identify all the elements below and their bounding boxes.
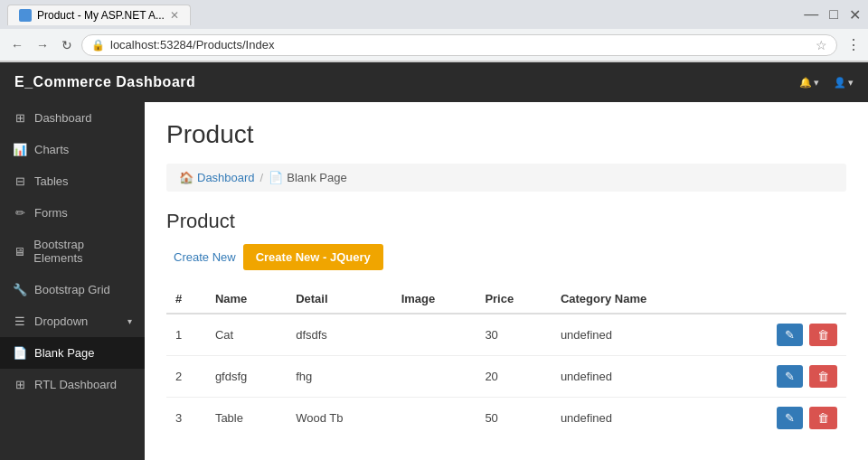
sidebar-label-rtl-dashboard: RTL Dashboard <box>34 378 117 391</box>
minimize-btn[interactable]: — <box>804 6 818 23</box>
sidebar-label-dropdown: Dropdown <box>34 314 88 328</box>
section-title: Product <box>166 210 846 233</box>
sidebar-item-tables[interactable]: ⊟ Tables <box>0 165 145 197</box>
main-content: Product 🏠 Dashboard / 📄 Blank Page Produ… <box>145 102 868 460</box>
breadcrumb-current: 📄 Blank Page <box>269 171 347 184</box>
cell-num-3: 3 <box>166 398 206 439</box>
lock-icon: 🔒 <box>91 39 105 52</box>
sidebar-label-bootstrap-grid: Bootstrap Grid <box>34 283 110 296</box>
edit-btn-3[interactable]: ✎ <box>777 407 803 429</box>
cell-image-2 <box>392 356 476 398</box>
breadcrumb-home-label: Dashboard <box>197 171 255 184</box>
tab-favicon <box>19 9 32 22</box>
sidebar-item-dashboard[interactable]: ⊞ Dashboard <box>0 102 145 134</box>
forms-icon: ✏ <box>13 206 27 220</box>
browser-tab[interactable]: Product - My ASP.NET A... ✕ <box>7 5 191 25</box>
dropdown-arrow: ▾ <box>814 77 819 89</box>
product-table: # Name Detail Image Price Category Name … <box>166 285 846 438</box>
cell-actions-2: ✎ 🗑 <box>720 356 846 398</box>
dashboard-icon: ⊞ <box>13 111 27 125</box>
col-image: Image <box>392 285 476 314</box>
sidebar-label-bootstrap-elements: Bootstrap Elements <box>33 238 132 265</box>
browser-titlebar: Product - My ASP.NET A... ✕ — □ ✕ <box>0 0 868 29</box>
breadcrumb-page-label: Blank Page <box>287 171 347 184</box>
address-text: localhost:53284/Products/Index <box>110 38 810 52</box>
table-header-row: # Name Detail Image Price Category Name <box>166 285 846 314</box>
delete-btn-1[interactable]: 🗑 <box>809 324 837 346</box>
sidebar-label-forms: Forms <box>34 206 68 220</box>
breadcrumb-home-link[interactable]: 🏠 Dashboard <box>179 171 255 184</box>
cell-name-1: Cat <box>206 314 287 356</box>
tables-icon: ⊟ <box>13 174 27 188</box>
delete-btn-2[interactable]: 🗑 <box>809 365 837 388</box>
cell-category-2: undefined <box>552 356 720 398</box>
col-actions <box>720 285 846 314</box>
cell-category-1: undefined <box>552 314 720 356</box>
charts-icon: 📊 <box>13 143 27 156</box>
edit-btn-2[interactable]: ✎ <box>777 365 803 388</box>
col-name: Name <box>206 285 287 314</box>
sidebar-label-tables: Tables <box>34 174 69 188</box>
table-body: 1 Cat dfsdfs 30 undefined ✎ 🗑 2 gf <box>166 314 846 438</box>
sidebar-item-bootstrap-elements[interactable]: 🖥 Bootstrap Elements <box>0 229 145 274</box>
dropdown-arrow-icon: ▾ <box>127 316 132 326</box>
action-buttons-2: ✎ 🗑 <box>729 365 837 388</box>
create-jquery-button[interactable]: Create New - JQuery <box>243 244 383 270</box>
address-bar[interactable]: 🔒 localhost:53284/Products/Index ☆ <box>81 34 837 56</box>
table-row: 2 gfdsfg fhg 20 undefined ✎ 🗑 <box>166 356 846 398</box>
user-dropdown-arrow: ▾ <box>848 77 854 89</box>
cell-image-1 <box>392 314 476 356</box>
bell-icon: 🔔 <box>799 77 812 89</box>
table-header: # Name Detail Image Price Category Name <box>166 285 846 314</box>
cell-price-3: 50 <box>476 398 551 439</box>
browser-addressbar: ← → ↻ 🔒 localhost:53284/Products/Index ☆… <box>0 29 868 61</box>
reload-btn[interactable]: ↻ <box>58 36 76 54</box>
maximize-btn[interactable]: □ <box>829 6 838 23</box>
user-icon: 👤 <box>834 77 846 89</box>
browser-menu-icon[interactable]: ⋮ <box>846 36 861 53</box>
sidebar-item-bootstrap-grid[interactable]: 🔧 Bootstrap Grid <box>0 274 145 305</box>
top-navbar: E_Commerce Dashboard 🔔 ▾ 👤 ▾ <box>0 62 868 102</box>
col-category: Category Name <box>552 285 720 314</box>
action-buttons-1: ✎ 🗑 <box>729 324 837 346</box>
cell-price-2: 20 <box>476 356 551 398</box>
tab-close-btn[interactable]: ✕ <box>170 9 179 22</box>
action-bar: Create New Create New - JQuery <box>166 244 846 270</box>
cell-actions-1: ✎ 🗑 <box>720 314 846 356</box>
table-row: 1 Cat dfsdfs 30 undefined ✎ 🗑 <box>166 314 846 356</box>
cell-detail-1: dfsdfs <box>287 314 392 356</box>
navbar-right: 🔔 ▾ 👤 ▾ <box>799 77 854 89</box>
cell-image-3 <box>392 398 476 439</box>
cell-num-2: 2 <box>166 356 206 398</box>
sidebar-label-dashboard: Dashboard <box>34 111 92 125</box>
delete-btn-3[interactable]: 🗑 <box>809 407 837 429</box>
browser-chrome: Product - My ASP.NET A... ✕ — □ ✕ ← → ↻ … <box>0 0 868 62</box>
home-icon: 🏠 <box>179 171 193 184</box>
forward-btn[interactable]: → <box>33 36 52 54</box>
cell-category-3: undefined <box>552 398 720 439</box>
edit-btn-1[interactable]: ✎ <box>777 324 803 346</box>
cell-detail-3: Wood Tb <box>287 398 392 439</box>
back-btn[interactable]: ← <box>7 36 27 54</box>
sidebar-item-rtl-dashboard[interactable]: ⊞ RTL Dashboard <box>0 369 145 400</box>
col-price: Price <box>476 285 551 314</box>
cell-detail-2: fhg <box>287 356 392 398</box>
close-btn[interactable]: ✕ <box>849 6 861 23</box>
breadcrumb-separator: / <box>260 171 264 184</box>
window-controls: — □ ✕ <box>804 6 861 23</box>
dropdown-icon: ☰ <box>13 314 27 328</box>
action-buttons-3: ✎ 🗑 <box>729 407 837 429</box>
cell-name-3: Table <box>206 398 287 439</box>
sidebar: ⊞ Dashboard 📊 Charts ⊟ Tables ✏ Forms 🖥 … <box>0 102 145 460</box>
col-num: # <box>166 285 206 314</box>
sidebar-item-dropdown[interactable]: ☰ Dropdown ▾ <box>0 305 145 337</box>
bookmark-icon[interactable]: ☆ <box>816 38 827 52</box>
rtl-icon: ⊞ <box>13 378 27 391</box>
sidebar-label-blank-page: Blank Page <box>34 346 95 360</box>
notifications-btn[interactable]: 🔔 ▾ <box>799 77 819 89</box>
sidebar-item-forms[interactable]: ✏ Forms <box>0 197 145 229</box>
create-new-link[interactable]: Create New <box>166 245 243 269</box>
sidebar-item-charts[interactable]: 📊 Charts <box>0 134 145 165</box>
sidebar-item-blank-page[interactable]: 📄 Blank Page <box>0 337 145 369</box>
user-menu-btn[interactable]: 👤 ▾ <box>834 77 854 89</box>
